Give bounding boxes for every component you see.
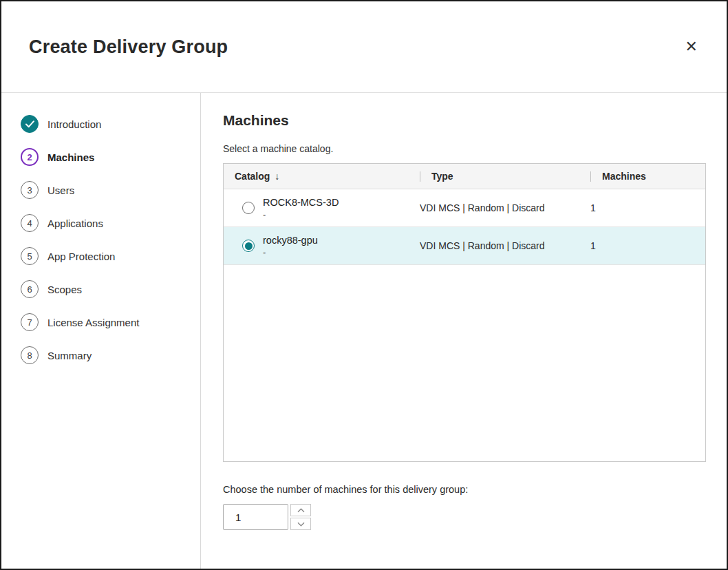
column-label: Type bbox=[431, 171, 453, 182]
catalog-detail: - bbox=[263, 247, 318, 257]
step-label: App Protection bbox=[47, 251, 115, 262]
machine-catalog-table: Catalog ↓ Type Machines bbox=[223, 163, 706, 462]
close-icon[interactable]: ✕ bbox=[685, 39, 698, 54]
catalog-detail: - bbox=[263, 209, 339, 220]
check-icon bbox=[21, 115, 39, 133]
table-row-selected[interactable]: rocky88-gpu - VDI MCS | Random | Discard… bbox=[224, 227, 705, 265]
instruction-text: Select a machine catalog. bbox=[223, 143, 706, 154]
table-empty-area bbox=[224, 265, 705, 461]
radio-unselected[interactable] bbox=[242, 202, 255, 214]
stepper-buttons bbox=[290, 504, 311, 530]
step-scopes[interactable]: 6 Scopes bbox=[21, 280, 200, 298]
catalog-name: ROCK8-MCS-3D bbox=[263, 197, 339, 208]
catalog-type: VDI MCS | Random | Discard bbox=[420, 202, 590, 213]
step-label: Introduction bbox=[47, 118, 101, 130]
table-header: Catalog ↓ Type Machines bbox=[224, 164, 705, 189]
catalog-type: VDI MCS | Random | Discard bbox=[420, 240, 590, 251]
main-content: Machines Select a machine catalog. Catal… bbox=[201, 93, 727, 569]
step-label: Scopes bbox=[47, 284, 82, 295]
create-delivery-group-dialog: Create Delivery Group ✕ Introduction 2 M… bbox=[0, 0, 728, 570]
dialog-body: Introduction 2 Machines 3 Users 4 Applic… bbox=[1, 93, 727, 569]
step-introduction[interactable]: Introduction bbox=[21, 115, 200, 133]
step-number: 7 bbox=[21, 313, 39, 331]
catalog-machine-count: 1 bbox=[590, 202, 705, 213]
step-label: Users bbox=[47, 184, 74, 196]
decrement-button[interactable] bbox=[290, 518, 311, 530]
step-number: 4 bbox=[21, 214, 39, 232]
step-number: 2 bbox=[21, 148, 39, 166]
step-machines[interactable]: 2 Machines bbox=[21, 148, 200, 166]
step-label: Machines bbox=[47, 151, 94, 163]
step-number: 8 bbox=[21, 346, 39, 364]
step-label: Applications bbox=[47, 218, 103, 229]
step-label: License Assignment bbox=[47, 317, 139, 328]
machine-count-label: Choose the number of machines for this d… bbox=[223, 484, 706, 495]
step-summary[interactable]: 8 Summary bbox=[21, 346, 200, 364]
step-users[interactable]: 3 Users bbox=[21, 181, 200, 199]
column-label: Catalog bbox=[235, 171, 270, 182]
step-app-protection[interactable]: 5 App Protection bbox=[21, 247, 200, 265]
column-divider bbox=[420, 171, 420, 182]
step-number: 6 bbox=[21, 280, 39, 298]
step-number: 5 bbox=[21, 247, 39, 265]
table-row[interactable]: ROCK8-MCS-3D - VDI MCS | Random | Discar… bbox=[224, 189, 705, 227]
column-header-type[interactable]: Type bbox=[420, 171, 590, 182]
page-title: Machines bbox=[223, 112, 706, 129]
step-number: 3 bbox=[21, 181, 39, 199]
radio-selected[interactable] bbox=[242, 240, 255, 252]
wizard-steps-sidebar: Introduction 2 Machines 3 Users 4 Applic… bbox=[1, 93, 201, 569]
column-divider bbox=[590, 171, 591, 182]
machine-count-input[interactable] bbox=[223, 504, 288, 530]
catalog-machine-count: 1 bbox=[590, 240, 705, 251]
column-label: Machines bbox=[602, 171, 646, 182]
sort-descending-icon[interactable]: ↓ bbox=[275, 171, 279, 182]
dialog-title: Create Delivery Group bbox=[29, 36, 228, 58]
step-label: Summary bbox=[47, 350, 92, 361]
column-header-catalog[interactable]: Catalog ↓ bbox=[224, 171, 420, 182]
step-license-assignment[interactable]: 7 License Assignment bbox=[21, 313, 200, 331]
catalog-name: rocky88-gpu bbox=[263, 235, 318, 246]
increment-button[interactable] bbox=[290, 504, 311, 516]
machine-count-stepper bbox=[223, 504, 706, 530]
column-header-machines[interactable]: Machines bbox=[590, 171, 705, 182]
dialog-header: Create Delivery Group ✕ bbox=[1, 1, 727, 93]
step-applications[interactable]: 4 Applications bbox=[21, 214, 200, 232]
